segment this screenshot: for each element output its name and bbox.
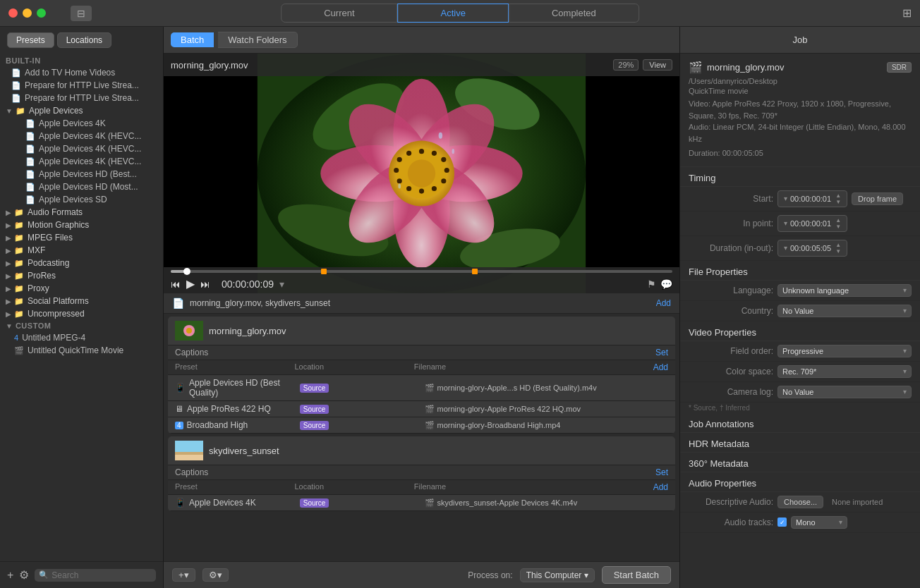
hdr-metadata-title[interactable]: HDR Metadata [680,433,920,453]
sidebar-item-apple-hd-most[interactable]: 📄 Apple Devices HD (Most... [0,180,163,193]
comment-icon[interactable]: 💬 [660,278,672,290]
none-imported-label: None imported [832,498,883,506]
job-annotations-title[interactable]: Job Annotations [680,413,920,433]
duration-io-timecode[interactable]: ▾ 00:00:05:05 ▲▼ [777,240,847,257]
output-add-button-skydivers[interactable]: Add [653,482,668,492]
view-button[interactable]: View [643,59,672,71]
flag-icon[interactable]: ⚑ [647,278,656,290]
folder-icon: 📁 [14,271,24,281]
output-row-1-0[interactable]: 📱 Apple Devices 4K Source 🎬 skydivers_su… [168,495,675,511]
custom-section-header[interactable]: ▼ CUSTOM [0,320,163,331]
mono-select[interactable]: Mono ▾ [791,516,847,529]
output-preset-0-2: 4 Broadband High [175,420,297,430]
search-input[interactable] [52,570,152,580]
output-location-0-0: Source [300,384,422,393]
chevron-right-icon: ▶ [6,310,11,318]
col-location: Location [294,362,413,372]
sidebar-item-untitled-quicktime[interactable]: 🎬 Untitled QuickTime Movie [0,344,163,357]
sidebar-item-apple-4k-hevc2[interactable]: 📄 Apple Devices 4K (HEVC... [0,142,163,155]
camera-log-select[interactable]: No Value ▾ [777,386,912,398]
sidebar-item-add-tv[interactable]: 📄 Add to TV Home Videos [0,66,163,79]
chevron-right-icon: ▶ [6,298,11,305]
output-row-0-2[interactable]: 4 Broadband High Source 🎬 morning-glory-… [168,417,675,434]
sidebar-item-social-platforms[interactable]: ▶ 📁 Social Platforms [0,295,163,307]
go-to-end-button[interactable]: ⏭ [200,278,210,290]
start-timecode[interactable]: ▾ 00:00:00:01 ▲▼ [777,190,847,207]
output-row-0-0[interactable]: 📱 Apple Devices HD (Best Quality) Source… [168,375,675,401]
chevron-down-icon: ▾ [784,219,787,227]
output-table-header-morning-glory: Preset Location Filename Add [168,360,675,375]
in-point-row: In point: ▾ 00:00:00:01 ▲▼ [680,212,920,236]
play-button[interactable]: ▶ [186,277,195,290]
file-item-header-skydivers[interactable]: skydivers_sunset [168,436,675,465]
output-filename-0-2: 🎬 morning-glory-Broadband High.mp4 [425,421,669,430]
duration-io-row: Duration (in-out): ▾ 00:00:05:05 ▲▼ [680,236,920,261]
sidebar-item-http1[interactable]: 📄 Prepare for HTTP Live Strea... [0,79,163,92]
fullscreen-button[interactable] [37,8,46,18]
settings-icon[interactable]: ⊞ [902,6,912,20]
tab-active[interactable]: Active [398,4,509,23]
sidebar-item-apple-devices[interactable]: ▼ 📁 Apple Devices [0,104,163,117]
file-item-header-morning-glory[interactable]: morning_glory.mov [168,317,675,345]
color-space-row: Color space: Rec. 709* ▾ [680,362,920,382]
scrubber-thumb[interactable] [183,268,190,275]
output-add-button-morning-glory[interactable]: Add [653,362,668,372]
sidebar-item-proxy[interactable]: ▶ 📁 Proxy [0,282,163,295]
add-preset-button[interactable]: + [7,569,13,582]
sidebar-item-apple-hd-best[interactable]: 📄 Apple Devices HD (Best... [0,168,163,180]
choose-button[interactable]: Choose... [777,496,823,508]
sidebar-item-http2[interactable]: 📄 Prepare for HTTP Live Strea... [0,92,163,104]
audio-tracks-checkbox-row: ✓ Mono ▾ [777,516,847,529]
sidebar-item-untitled-mpeg4[interactable]: 4 Untitled MPEG-4 [0,331,163,344]
computer-select[interactable]: This Computer ▾ [520,568,595,582]
settings-job-button[interactable]: ⚙▾ [202,568,229,582]
sidebar-item-apple-4k-hevc3[interactable]: 📄 Apple Devices 4K (HEVC... [0,155,163,168]
close-button[interactable] [8,8,18,18]
sidebar-item-audio-formats[interactable]: ▶ 📁 Audio Formats [0,206,163,219]
country-select[interactable]: No Value ▾ [777,305,912,317]
in-point-label: In point: [689,219,773,228]
right-panel: Job 🎬 morning_glory.mov SDR /Users/danny… [680,27,920,588]
sidebar-item-mxf[interactable]: ▶ 📁 MXF [0,244,163,257]
sidebar-item-prores[interactable]: ▶ 📁 ProRes [0,269,163,282]
marker-in [321,269,327,274]
tab-current[interactable]: Current [281,4,397,23]
scrubber-bar[interactable] [171,270,672,273]
captions-set-button-morning-glory[interactable]: Set [655,348,668,357]
tab-completed[interactable]: Completed [509,4,639,23]
folder-icon: 📁 [14,221,24,230]
sidebar-item-apple-4k[interactable]: 📄 Apple Devices 4K [0,117,163,130]
svg-point-30 [452,149,454,154]
captions-set-button-skydivers[interactable]: Set [655,467,668,477]
svg-point-27 [406,151,411,156]
audio-track-checkbox[interactable]: ✓ [777,517,787,527]
start-batch-button[interactable]: Start Batch [602,566,671,584]
sidebar-toggle-icon[interactable]: ⊟ [71,6,92,21]
col-filename-sky: Filename [414,482,653,492]
language-select[interactable]: Unknown language ▾ [777,284,912,297]
in-point-timecode[interactable]: ▾ 00:00:00:01 ▲▼ [777,215,847,232]
batch-add-button[interactable]: Add [656,298,671,308]
batch-button[interactable]: Batch [171,32,214,47]
gear-button[interactable]: ⚙ [19,568,29,582]
sidebar-item-uncompressed[interactable]: ▶ 📁 Uncompressed [0,307,163,320]
field-order-select[interactable]: Progressive ▾ [777,345,912,357]
output-row-0-1[interactable]: 🖥 Apple ProRes 422 HQ Source 🎬 morning-g… [168,401,675,417]
minimize-button[interactable] [23,8,32,18]
threesixty-metadata-title[interactable]: 360° Metadata [680,453,920,472]
sidebar-tab-locations[interactable]: Locations [57,32,111,48]
sidebar-item-apple-sd[interactable]: 📄 Apple Devices SD [0,193,163,206]
sidebar-item-mpeg-files[interactable]: ▶ 📁 MPEG Files [0,231,163,244]
color-space-select[interactable]: Rec. 709* ▾ [777,365,912,378]
sidebar-item-motion-graphics[interactable]: ▶ 📁 Motion Graphics [0,219,163,231]
folder-icon: 📁 [14,284,24,293]
add-job-button[interactable]: +▾ [172,568,195,582]
go-to-start-button[interactable]: ⏮ [171,278,181,290]
drop-frame-checkbox[interactable]: Drop frame [852,192,903,205]
sidebar-item-podcasting[interactable]: ▶ 📁 Podcasting [0,257,163,269]
movie-file-icon: 🎬 [689,61,703,74]
doc-icon: 📄 [25,183,35,192]
watch-folders-button[interactable]: Watch Folders [218,32,297,48]
sidebar-item-apple-4k-hevc1[interactable]: 📄 Apple Devices 4K (HEVC... [0,130,163,142]
sidebar-tab-presets[interactable]: Presets [7,32,54,48]
